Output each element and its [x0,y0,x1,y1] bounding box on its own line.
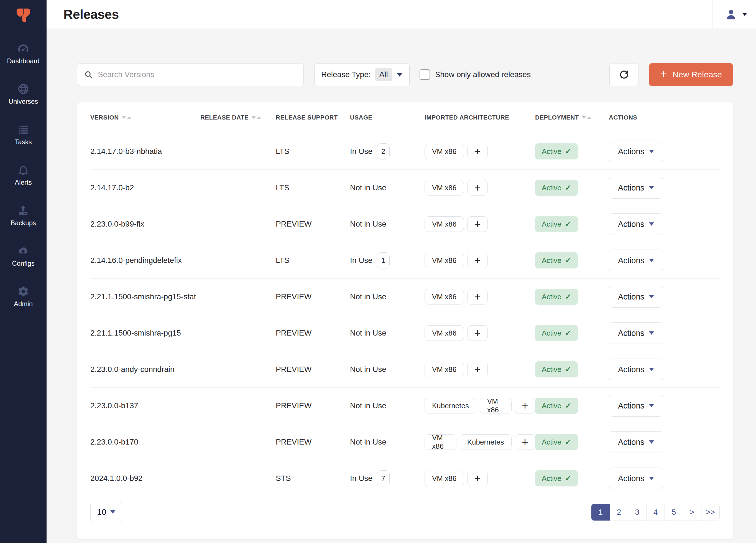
search-input[interactable] [98,70,297,79]
sidebar-item-configs[interactable]: Configs [0,245,47,267]
chevron-down-icon [649,332,654,335]
last-page-button[interactable]: >> [701,504,719,521]
chevron-down-icon [649,295,654,299]
architecture-chip: VM x86 [425,144,464,159]
releases-table-card: VERSION RELEASE DATE RELEASE SUPPORT USA… [77,102,733,539]
architecture-cell: VM x86Kubernetes+ [425,434,535,450]
actions-button-label: Actions [618,438,644,447]
sort-icons [582,116,591,119]
architecture-chip: VM x86 [425,362,464,377]
sidebar-item-alerts[interactable]: Alerts [0,164,47,186]
deployment-cell: Active ✓ [535,325,609,341]
column-header-label: VERSION [90,114,119,121]
deployment-cell: Active ✓ [535,361,609,378]
user-menu-button[interactable] [712,0,756,29]
deployment-badge-label: Active [542,183,561,192]
usage-cell: Not in Use [350,401,425,410]
actions-dropdown-button[interactable]: Actions [609,395,663,417]
actions-dropdown-button[interactable]: Actions [609,359,663,380]
column-header-deployment[interactable]: DEPLOYMENT [535,114,609,121]
actions-dropdown-button[interactable]: Actions [609,249,663,271]
column-header-release-date[interactable]: RELEASE DATE [200,114,276,121]
sidebar-item-tasks[interactable]: Tasks [0,124,47,146]
check-icon: ✓ [565,292,571,301]
add-architecture-button[interactable]: + [467,289,487,305]
deployment-status-badge: Active ✓ [535,143,578,159]
check-icon: ✓ [565,147,571,156]
chevron-down-icon [649,404,654,407]
actions-dropdown-button[interactable]: Actions [609,286,663,308]
version-cell: 2.21.1.1500-smishra-pg15 [90,329,200,338]
actions-cell: Actions [609,141,720,162]
add-architecture-button[interactable]: + [467,471,487,486]
actions-dropdown-button[interactable]: Actions [609,322,663,344]
sidebar-item-label: Admin [14,300,33,308]
deployment-cell: Active ✓ [535,434,609,450]
release-support-cell: PREVIEW [276,292,350,301]
version-cell: 2.14.16.0-pendingdeletefix [90,256,200,265]
page-size-dropdown[interactable]: 10 [90,501,122,523]
add-architecture-button[interactable]: + [515,398,535,414]
page-button[interactable]: 4 [646,504,665,521]
sidebar-item-dashboard[interactable]: Dashboard [0,43,47,65]
new-release-button[interactable]: + New Release [649,63,733,86]
architecture-cell: VM x86+ [425,252,535,268]
add-architecture-button[interactable]: + [467,325,487,341]
table-row: 2.23.0.0-andy-conndrain PREVIEW Not in U… [90,351,720,388]
check-icon: ✓ [565,256,571,265]
add-architecture-button[interactable]: + [467,216,487,232]
add-architecture-button[interactable]: + [467,144,487,159]
column-header-version[interactable]: VERSION [90,114,200,121]
usage-label: Not in Use [350,401,386,410]
sidebar-item-backups[interactable]: Backups [0,205,47,227]
deployment-cell: Active ✓ [535,180,609,196]
actions-cell: Actions [609,322,720,344]
deployment-status-badge: Active ✓ [535,216,578,232]
deployment-status-badge: Active ✓ [535,252,578,268]
usage-cell: In Use 2 [350,143,425,159]
actions-dropdown-button[interactable]: Actions [609,468,663,489]
add-architecture-button[interactable]: + [515,434,535,450]
upload-tray-icon [17,205,29,216]
add-architecture-button[interactable]: + [467,362,487,377]
deployment-status-badge: Active ✓ [535,361,578,378]
sidebar-item-universes[interactable]: Universes [0,83,47,105]
page-button[interactable]: 1 [591,504,610,521]
page-button[interactable]: 2 [610,504,628,521]
page-button[interactable]: 5 [665,504,683,521]
yugabyte-logo-icon[interactable] [15,7,31,23]
sort-icons [122,116,131,119]
architecture-cell: KubernetesVM x86+ [425,398,535,414]
architecture-chip: Kubernetes [425,398,476,414]
chevron-down-icon [110,510,115,514]
architecture-chip: VM x86 [425,325,464,341]
architecture-cell: VM x86+ [425,180,535,195]
refresh-button[interactable] [609,63,639,86]
column-header-imported-architecture: IMPORTED ARCHITECTURE [425,114,535,121]
usage-label: Not in Use [350,365,386,374]
add-architecture-button[interactable]: + [467,180,487,195]
chevron-down-icon [649,368,654,371]
actions-cell: Actions [609,213,720,235]
table-row: 2.23.0.0-b170 PREVIEW Not in Use VM x86K… [90,424,720,460]
column-header-label: RELEASE DATE [200,114,249,121]
release-support-cell: PREVIEW [276,220,350,228]
architecture-chip: Kubernetes [460,434,512,450]
deployment-status-badge: Active ✓ [535,325,578,341]
release-type-filter[interactable]: Release Type: All [314,63,410,86]
show-allowed-releases-control: Show only allowed releases [420,69,531,80]
version-cell: 2.23.0.0-b170 [90,438,200,447]
show-allowed-checkbox[interactable] [420,69,430,80]
bell-icon [17,164,29,176]
sidebar-item-admin[interactable]: Admin [0,286,47,308]
page-button[interactable]: 3 [628,504,646,521]
usage-cell: Not in Use [350,220,425,228]
architecture-cell: VM x86+ [425,144,535,159]
next-page-button[interactable]: > [683,504,701,521]
actions-dropdown-button[interactable]: Actions [609,213,663,235]
actions-dropdown-button[interactable]: Actions [609,431,663,453]
add-architecture-button[interactable]: + [467,252,487,268]
actions-dropdown-button[interactable]: Actions [609,141,663,162]
deployment-badge-label: Active [542,147,561,156]
actions-dropdown-button[interactable]: Actions [609,177,663,198]
